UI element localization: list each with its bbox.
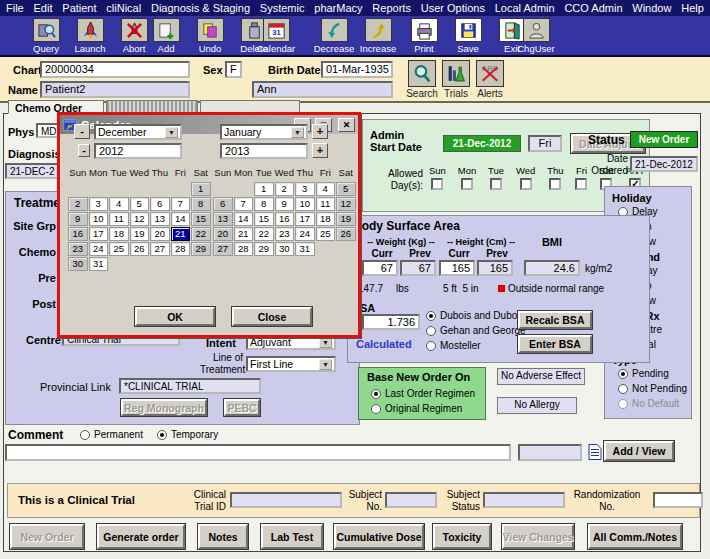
- day-cell[interactable]: 29: [191, 242, 211, 256]
- comment-type-temporary[interactable]: Temporary: [157, 429, 218, 440]
- day-cell[interactable]: 9: [68, 212, 88, 226]
- enter-bsa-button[interactable]: Enter BSA: [518, 335, 592, 353]
- chevron-down-icon[interactable]: ▼: [291, 127, 304, 138]
- increase-button[interactable]: Increase: [358, 18, 398, 54]
- checkbox-tue[interactable]: [490, 178, 502, 190]
- day-cell[interactable]: 3: [295, 182, 315, 196]
- day-cell[interactable]: 19: [130, 227, 150, 241]
- day-cell[interactable]: 19: [336, 212, 356, 226]
- day-cell[interactable]: 31: [295, 242, 315, 256]
- launch-button[interactable]: Launch: [70, 18, 110, 54]
- trials-button[interactable]: Trials: [442, 60, 470, 99]
- comment-input[interactable]: [5, 444, 511, 461]
- last-name-field[interactable]: Patient2: [40, 81, 190, 98]
- undo-button[interactable]: Undo: [190, 18, 230, 54]
- toxicity-button[interactable]: Toxicity: [433, 524, 491, 549]
- decrease-button[interactable]: Decrease: [314, 18, 354, 54]
- close-button[interactable]: Close: [232, 307, 312, 326]
- menu-systemic[interactable]: Systemic: [260, 2, 305, 14]
- day-cell[interactable]: 24: [89, 242, 109, 256]
- day-cell[interactable]: 6: [213, 197, 233, 211]
- checkbox-fri[interactable]: [575, 178, 587, 190]
- day-cell[interactable]: 26: [336, 227, 356, 241]
- day-cell[interactable]: 24: [295, 227, 315, 241]
- day-cell[interactable]: 28: [234, 242, 254, 256]
- trial-field-subject-status[interactable]: [483, 492, 565, 508]
- trial-field-clinical-trial-id[interactable]: [230, 492, 342, 508]
- bsa-method-gehan-and-george[interactable]: Gehan and George: [426, 323, 526, 338]
- day-cell[interactable]: 27: [150, 242, 170, 256]
- day-cell[interactable]: 4: [109, 197, 129, 211]
- day-cell[interactable]: 20: [150, 227, 170, 241]
- menu-diagnosis-staging[interactable]: Diagnosis & Staging: [151, 2, 250, 14]
- day-cell[interactable]: 11: [109, 212, 129, 226]
- prev-year-button[interactable]: -: [78, 144, 90, 157]
- day-cell[interactable]: 8: [254, 197, 274, 211]
- cumulative-dose-button[interactable]: Cumulative Dose: [334, 524, 424, 549]
- ok-button[interactable]: OK: [135, 307, 215, 326]
- checkbox-sun[interactable]: [431, 178, 443, 190]
- menu-patient[interactable]: Patient: [62, 2, 96, 14]
- notes-button[interactable]: Notes: [198, 524, 248, 549]
- right-year-field[interactable]: 2013: [220, 143, 308, 159]
- trial-field-subject-no[interactable]: [385, 492, 437, 508]
- checkbox-wed[interactable]: [520, 178, 532, 190]
- day-cell[interactable]: 5: [130, 197, 150, 211]
- day-cell[interactable]: 30: [68, 257, 88, 271]
- reg-monograph-button[interactable]: Reg Monograph: [121, 399, 207, 416]
- day-cell[interactable]: 5: [336, 182, 356, 196]
- bsa-method-dubois-and-dubois[interactable]: Dubois and Dubois: [426, 308, 526, 323]
- pebc-button[interactable]: PEBC: [224, 399, 260, 416]
- day-cell[interactable]: 25: [109, 242, 129, 256]
- day-cell[interactable]: 12: [336, 197, 356, 211]
- all-comm-notes-button[interactable]: All Comm./Notes: [588, 524, 682, 549]
- birth-date-field[interactable]: 01-Mar-1935: [321, 61, 393, 78]
- day-cell[interactable]: 27: [213, 242, 233, 256]
- save-button[interactable]: Save: [448, 18, 488, 54]
- radio-type-not-pending[interactable]: Not Pending: [618, 381, 691, 396]
- day-cell[interactable]: 16: [275, 212, 295, 226]
- day-cell[interactable]: 28: [171, 242, 191, 256]
- left-month-select[interactable]: December▼: [94, 124, 182, 140]
- menu-reports[interactable]: Reports: [372, 2, 411, 14]
- menu-cco-admin[interactable]: CCO Admin: [564, 2, 622, 14]
- admin-start-date-field[interactable]: 21-Dec-2012: [443, 135, 521, 152]
- day-cell[interactable]: 14: [171, 212, 191, 226]
- day-cell[interactable]: 7: [171, 197, 191, 211]
- trial-field-randomization-no[interactable]: [653, 492, 703, 508]
- close-icon[interactable]: ✕: [338, 118, 355, 132]
- add-button[interactable]: Add: [146, 18, 186, 54]
- day-cell[interactable]: 23: [275, 227, 295, 241]
- checkbox-thu[interactable]: [549, 178, 561, 190]
- day-cell[interactable]: 20: [213, 227, 233, 241]
- day-cell[interactable]: 31: [89, 257, 109, 271]
- day-cell[interactable]: 17: [295, 212, 315, 226]
- day-cell[interactable]: 6: [150, 197, 170, 211]
- allergy-flag[interactable]: No Allergy: [497, 397, 577, 414]
- view-changes-button[interactable]: View Changes: [502, 524, 574, 549]
- checkbox-mon[interactable]: [461, 178, 473, 190]
- chevron-down-icon[interactable]: ▼: [319, 359, 332, 370]
- menu-help[interactable]: Help: [681, 2, 704, 14]
- day-cell[interactable]: 13: [213, 212, 233, 226]
- day-cell[interactable]: 4: [316, 182, 336, 196]
- day-cell[interactable]: 1: [254, 182, 274, 196]
- bsa-method-mosteller[interactable]: Mosteller: [426, 338, 526, 353]
- menu-clinical[interactable]: cliNical: [106, 2, 141, 14]
- recalc-bsa-button[interactable]: Recalc BSA: [518, 311, 592, 329]
- menu-local-admin[interactable]: Local Admin: [495, 2, 555, 14]
- lab-test-button[interactable]: Lab Test: [261, 524, 323, 549]
- chguser-button[interactable]: ChgUser: [516, 18, 556, 54]
- provincial-link-field[interactable]: *CLINICAL TRIAL: [119, 378, 261, 394]
- menu-window[interactable]: Window: [632, 2, 671, 14]
- query-button[interactable]: Query: [26, 18, 66, 54]
- calendar-button[interactable]: 31Calendar: [256, 18, 296, 54]
- right-month-select[interactable]: January▼: [220, 124, 308, 140]
- day-cell[interactable]: 11: [316, 197, 336, 211]
- menu-edit[interactable]: Edit: [34, 2, 53, 14]
- chevron-down-icon[interactable]: ▼: [165, 127, 178, 138]
- day-cell[interactable]: 2: [275, 182, 295, 196]
- menu-user-options[interactable]: User Options: [421, 2, 485, 14]
- chart-field[interactable]: 20000034: [40, 61, 190, 78]
- menu-pharmacy[interactable]: pharMacy: [314, 2, 362, 14]
